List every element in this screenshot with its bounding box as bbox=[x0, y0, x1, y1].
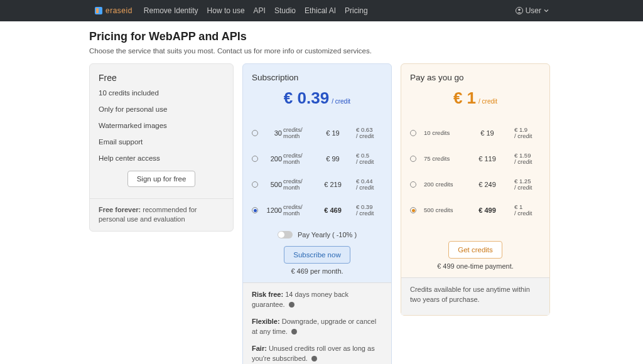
tier-credits: 500 credits bbox=[424, 207, 460, 213]
brand-text: eraseid bbox=[105, 6, 132, 15]
svg-point-3 bbox=[518, 9, 521, 11]
nav-api[interactable]: API bbox=[254, 6, 266, 15]
tier-credits: 1200 bbox=[264, 206, 282, 214]
payg-footer: Credits available for use anytime within… bbox=[401, 277, 549, 315]
tier-price: € 19 bbox=[460, 129, 514, 137]
subscription-footer: Risk free: 14 days money back guarantee.… bbox=[243, 282, 391, 365]
tier-price: € 219 bbox=[310, 181, 356, 188]
subscription-footer-line: Risk free: 14 days money back guarantee. bbox=[252, 289, 382, 310]
payg-plan-card: Pay as you go € 1/ credit 10 credits€ 19… bbox=[401, 63, 550, 316]
tier-per-credit: € 1/ credit bbox=[514, 204, 541, 217]
subscription-footer-line: Flexible: Downgrade, upgrade or cancel a… bbox=[252, 316, 382, 337]
tier-radio[interactable] bbox=[410, 156, 416, 162]
subscription-note: € 469 per month. bbox=[252, 267, 382, 275]
yearly-toggle[interactable] bbox=[278, 231, 293, 238]
tier-credits-unit: credits/month bbox=[283, 127, 310, 140]
nav-how-to-use[interactable]: How to use bbox=[207, 6, 245, 15]
tier-price: € 249 bbox=[460, 181, 514, 188]
subscription-plan-card: Subscription € 0.39/ credit 30credits/mo… bbox=[242, 63, 392, 364]
tier-credits-unit: credits/month bbox=[283, 204, 310, 217]
navbar: eraseid Remove Identity How to use API S… bbox=[0, 0, 643, 21]
tier-credits: 30 bbox=[264, 129, 282, 137]
tier-price: € 469 bbox=[310, 206, 356, 214]
tier-per-credit: € 0.44/ credit bbox=[356, 178, 382, 191]
tier-per-credit: € 1.9/ credit bbox=[514, 127, 541, 140]
free-plan-card: Free 10 credits included Only for person… bbox=[89, 63, 234, 232]
payg-tier-row[interactable]: 200 credits€ 249€ 1.25/ credit bbox=[410, 172, 541, 198]
user-label: User bbox=[526, 6, 541, 15]
tier-price: € 119 bbox=[460, 155, 514, 163]
page-title: Pricing for WebAPP and APIs bbox=[89, 30, 554, 43]
yearly-toggle-row: Pay Yearly ( -10% ) bbox=[252, 231, 382, 238]
free-feature: 10 credits included bbox=[99, 89, 224, 97]
tier-credits: 500 bbox=[264, 181, 282, 188]
tier-price: € 99 bbox=[310, 155, 356, 163]
tier-price: € 499 bbox=[460, 206, 514, 214]
subscription-tier-row[interactable]: 30credits/month€ 19€ 0.63/ credit bbox=[252, 120, 382, 146]
payg-note: € 499 one-time payment. bbox=[410, 262, 541, 270]
subscription-hero-price: € 0.39/ credit bbox=[252, 88, 382, 108]
nav-ethical-ai[interactable]: Ethical AI bbox=[305, 6, 336, 15]
logo[interactable]: eraseid bbox=[94, 6, 132, 15]
tier-price: € 19 bbox=[310, 129, 356, 137]
chevron-down-icon bbox=[544, 8, 549, 13]
nav-pricing[interactable]: Pricing bbox=[345, 6, 368, 15]
payg-tier-row[interactable]: 75 credits€ 119€ 1.59/ credit bbox=[410, 146, 541, 172]
tier-per-credit: € 0.63/ credit bbox=[356, 127, 382, 140]
tier-radio[interactable] bbox=[410, 207, 416, 213]
user-menu[interactable]: User bbox=[516, 6, 549, 15]
subscription-title: Subscription bbox=[252, 73, 382, 82]
subscription-footer-line: Fair: Unused credits roll over as long a… bbox=[252, 343, 382, 364]
subscription-tier-row[interactable]: 200credits/month€ 99€ 0.5/ credit bbox=[252, 146, 382, 172]
free-feature: Only for personal use bbox=[99, 105, 224, 113]
payg-tier-row[interactable]: 10 credits€ 19€ 1.9/ credit bbox=[410, 120, 541, 146]
tier-credits: 10 credits bbox=[424, 130, 460, 136]
yearly-label: Pay Yearly ( -10% ) bbox=[298, 231, 357, 238]
tier-credits-unit: credits/month bbox=[283, 153, 310, 166]
subscription-tier-row[interactable]: 1200credits/month€ 469€ 0.39/ credit bbox=[252, 198, 382, 223]
logo-icon bbox=[94, 6, 103, 15]
tier-radio[interactable] bbox=[252, 156, 258, 162]
free-feature: Help center access bbox=[99, 154, 224, 162]
payg-tiers: 10 credits€ 19€ 1.9/ credit75 credits€ 1… bbox=[410, 120, 541, 223]
tier-radio[interactable] bbox=[252, 207, 258, 213]
tier-radio[interactable] bbox=[252, 181, 258, 188]
payg-title: Pay as you go bbox=[410, 73, 541, 82]
info-icon[interactable] bbox=[291, 329, 297, 335]
subscription-tier-row[interactable]: 500credits/month€ 219€ 0.44/ credit bbox=[252, 172, 382, 198]
tier-credits: 200 bbox=[264, 155, 282, 163]
nav-remove-identity[interactable]: Remove Identity bbox=[144, 6, 198, 15]
tier-radio[interactable] bbox=[410, 130, 416, 136]
payg-hero-price: € 1/ credit bbox=[410, 88, 541, 108]
info-icon[interactable] bbox=[289, 302, 294, 308]
tier-credits-unit: credits/month bbox=[283, 178, 310, 191]
tier-per-credit: € 0.5/ credit bbox=[356, 153, 382, 166]
tier-per-credit: € 1.59/ credit bbox=[514, 153, 541, 166]
subscription-tiers: 30credits/month€ 19€ 0.63/ credit200cred… bbox=[252, 120, 382, 223]
free-feature: Watermarked images bbox=[99, 122, 224, 129]
payg-tier-row[interactable]: 500 credits€ 499€ 1/ credit bbox=[410, 198, 541, 223]
free-feature: Email support bbox=[99, 138, 224, 146]
page-subtitle: Choose the service that suits you most. … bbox=[89, 47, 554, 55]
info-icon[interactable] bbox=[311, 356, 317, 361]
tier-radio[interactable] bbox=[252, 130, 258, 136]
free-footer: Free forever: recommended for personal u… bbox=[90, 198, 233, 231]
get-credits-button[interactable]: Get credits bbox=[448, 241, 502, 259]
signup-free-button[interactable]: Sign up for free bbox=[127, 171, 196, 187]
subscribe-button[interactable]: Subscribe now bbox=[284, 246, 350, 264]
tier-per-credit: € 0.39/ credit bbox=[356, 204, 382, 217]
tier-per-credit: € 1.25/ credit bbox=[514, 178, 541, 191]
user-icon bbox=[516, 7, 523, 14]
tier-radio[interactable] bbox=[410, 181, 416, 188]
free-title: Free bbox=[99, 73, 224, 83]
tier-credits: 75 credits bbox=[424, 156, 460, 162]
tier-credits: 200 credits bbox=[424, 181, 460, 188]
svg-rect-1 bbox=[96, 8, 99, 13]
nav-studio[interactable]: Studio bbox=[274, 6, 296, 15]
